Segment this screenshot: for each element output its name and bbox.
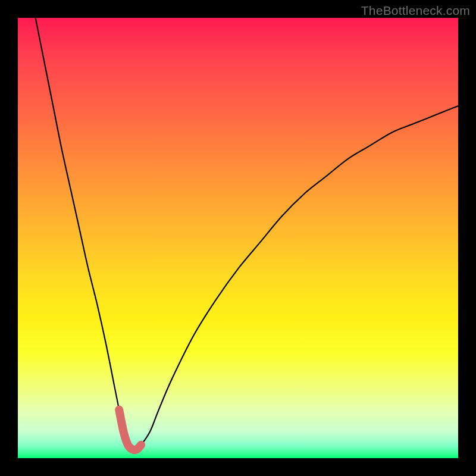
bottleneck-curve-path (36, 18, 458, 450)
plot-area (18, 18, 458, 458)
curve-layer (18, 18, 458, 458)
optimal-region-path (119, 410, 141, 450)
chart-frame: TheBottleneck.com (0, 0, 476, 476)
watermark-text: TheBottleneck.com (361, 4, 470, 18)
